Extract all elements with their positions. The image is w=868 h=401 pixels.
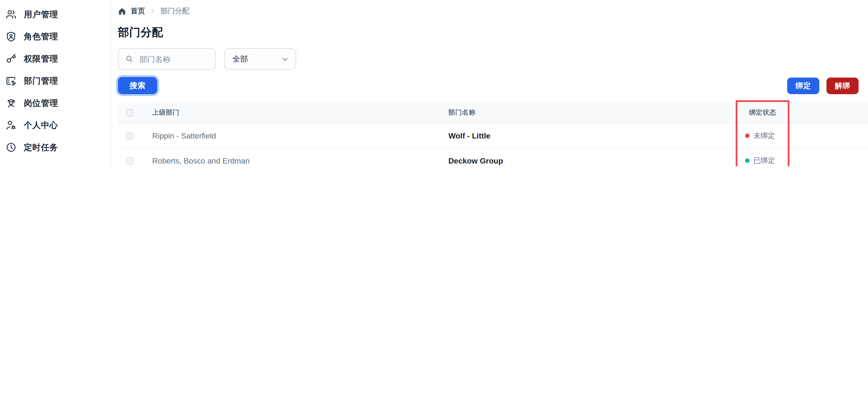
column-header-status: 绑定状态	[745, 108, 868, 117]
chevron-down-icon	[281, 55, 289, 63]
sidebar-item-label: 定时任务	[24, 142, 58, 153]
column-header-parent: 上级部门	[152, 108, 448, 117]
status-label: 未绑定	[753, 131, 775, 141]
row-checkbox[interactable]	[126, 157, 133, 164]
filter-bar: 全部	[118, 48, 868, 70]
sidebar-item-position-management[interactable]: 岗位管理	[0, 92, 111, 114]
sidebar-item-label: 权限管理	[24, 54, 58, 64]
departments-table: 上级部门 部门名称 绑定状态 Rippin - Satterfield Wolf…	[118, 102, 868, 166]
unbind-button[interactable]: 解绑	[827, 77, 859, 94]
status-dot-icon	[745, 134, 750, 138]
sidebar-item-label: 用户管理	[24, 9, 58, 20]
table-body: Rippin - Satterfield Wolf - Little 未绑定 R…	[118, 123, 868, 166]
sidebar-item-department-management[interactable]: 部门管理	[0, 70, 111, 92]
bulk-actions: 绑定 解绑	[787, 77, 859, 94]
user-gear-icon	[5, 120, 17, 131]
status-cell: 未绑定	[745, 131, 868, 141]
action-row: 搜索 绑定 解绑	[118, 77, 868, 94]
column-header-name: 部门名称	[448, 108, 745, 117]
department-name-cell: Deckow Group	[448, 156, 745, 165]
sidebar-item-scheduled-tasks[interactable]: 定时任务	[0, 136, 111, 158]
department-panel-wrench-icon	[5, 75, 17, 86]
parent-department-cell: Roberts, Bosco and Erdman	[152, 156, 448, 165]
sidebar-item-label: 部门管理	[24, 76, 58, 86]
parent-department-cell: Rippin - Satterfield	[152, 132, 448, 140]
status-filter-select[interactable]: 全部	[224, 48, 296, 70]
sidebar-item-label: 角色管理	[24, 31, 58, 42]
sidebar-item-role-management[interactable]: 角色管理	[0, 26, 111, 48]
row-checkbox[interactable]	[126, 132, 133, 139]
breadcrumb-current: 部门分配	[160, 6, 189, 16]
status-label: 已绑定	[753, 156, 775, 166]
status-dot-icon	[745, 159, 750, 163]
department-name-search-field[interactable]	[118, 48, 216, 70]
main-content: 首页 部门分配 部门分配 全部 搜索 绑定 解绑	[111, 0, 868, 166]
sidebar: 用户管理 角色管理 权限管理 部门管理 岗位管理	[0, 0, 111, 166]
table-row[interactable]: Rippin - Satterfield Wolf - Little 未绑定	[118, 123, 868, 149]
status-cell: 已绑定	[745, 156, 868, 166]
clock-icon	[5, 142, 17, 153]
bind-button[interactable]: 绑定	[787, 77, 819, 94]
sidebar-item-permission-management[interactable]: 权限管理	[0, 48, 111, 69]
key-icon	[5, 53, 17, 64]
shield-user-icon	[5, 31, 17, 42]
search-icon	[125, 55, 133, 63]
sidebar-item-user-management[interactable]: 用户管理	[0, 3, 111, 25]
sidebar-item-personal-center[interactable]: 个人中心	[0, 114, 111, 136]
select-all-checkbox[interactable]	[126, 109, 133, 116]
users-icon	[5, 9, 17, 20]
select-value: 全部	[232, 54, 248, 64]
graduate-user-icon	[5, 97, 17, 109]
home-icon[interactable]	[118, 7, 126, 15]
sidebar-item-label: 个人中心	[24, 120, 58, 131]
sidebar-item-label: 岗位管理	[24, 98, 58, 108]
chevron-right-icon	[149, 8, 156, 15]
breadcrumb-home-link[interactable]: 首页	[131, 6, 145, 16]
breadcrumb: 首页 部门分配	[118, 6, 868, 16]
search-input[interactable]	[138, 54, 209, 64]
table-row[interactable]: Roberts, Bosco and Erdman Deckow Group 已…	[118, 148, 868, 166]
department-name-cell: Wolf - Little	[448, 132, 745, 140]
page-title: 部门分配	[118, 25, 868, 40]
table-header-row: 上级部门 部门名称 绑定状态	[118, 102, 868, 123]
screen: 用户管理 角色管理 权限管理 部门管理 岗位管理	[0, 0, 868, 166]
search-button[interactable]: 搜索	[118, 77, 157, 94]
